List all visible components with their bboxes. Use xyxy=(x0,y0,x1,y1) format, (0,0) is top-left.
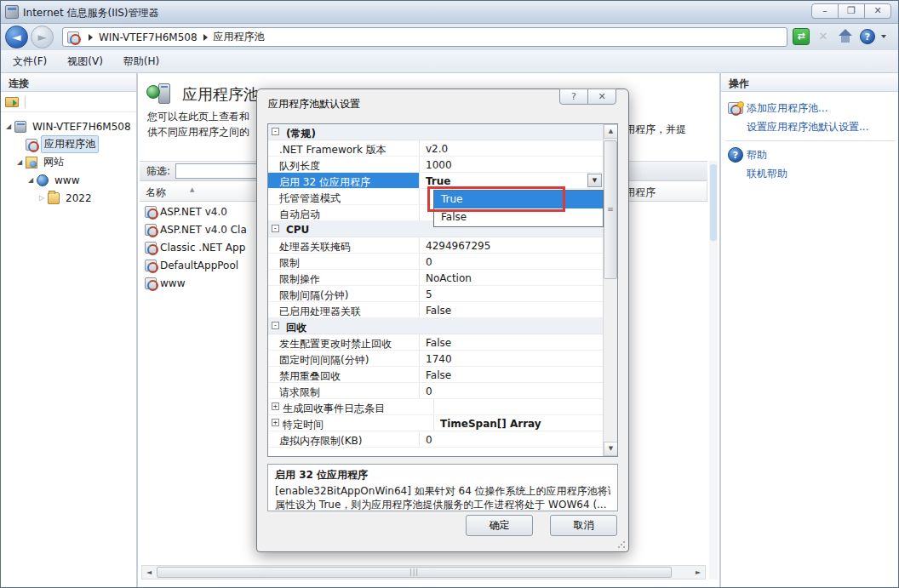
property-value: TimeSpan[] Array xyxy=(434,415,617,431)
ok-button[interactable]: 确定 xyxy=(466,515,533,536)
grid-row-启用 32 位应用程序[interactable]: 启用 32 位应用程序True▼ xyxy=(268,173,617,189)
horizontal-scroll-thumb[interactable]: ||| xyxy=(157,567,672,578)
apppool-icon xyxy=(145,224,157,236)
property-label: 限制操作 xyxy=(268,270,420,285)
actions-separator xyxy=(726,140,895,141)
grid-row-禁用重叠回收[interactable]: 禁用重叠回收False xyxy=(268,367,617,383)
scroll-right-icon[interactable]: ► xyxy=(691,566,705,579)
action-link-0[interactable]: 添加应用程序池... xyxy=(721,99,899,117)
tree-node-2022[interactable]: ▷2022 xyxy=(1,189,136,207)
property-description-line2: 属性设为 True，则为应用程序池提供服务的工作进程将处于 WOW64 (... xyxy=(275,498,610,511)
grid-category-回收[interactable]: -回收 xyxy=(268,318,617,334)
dialog-close-button[interactable]: ✕ xyxy=(587,88,616,105)
back-button[interactable]: ◄ xyxy=(5,26,28,49)
property-label: 托管管道模式 xyxy=(268,189,420,204)
vertical-scrollbar[interactable] xyxy=(709,161,718,579)
window-title: Internet 信息服务(IIS)管理器 xyxy=(23,6,159,20)
property-value: False xyxy=(420,367,617,382)
apppool-page-icon xyxy=(146,83,172,106)
connections-pane: 连接 ◢WIN-VTEF7H6M508应用程序池◢网站◢www▷2022 xyxy=(1,73,138,588)
actions-header: 操作 xyxy=(721,73,899,92)
expand-box-icon[interactable]: + xyxy=(272,419,279,426)
collapse-box-icon[interactable]: - xyxy=(272,225,279,232)
tree-node-www[interactable]: ◢www xyxy=(1,171,136,189)
minimize-button[interactable]: – xyxy=(811,3,839,19)
property-value: 0 xyxy=(420,383,617,398)
dropdown-option-False[interactable]: False xyxy=(434,208,603,226)
home-icon[interactable] xyxy=(837,28,854,45)
sort-ascending-icon: ▲ xyxy=(190,186,194,193)
grid-row-虚拟内存限制(KB)[interactable]: 虚拟内存限制(KB)0 xyxy=(268,431,617,448)
property-value: 4294967295 xyxy=(420,237,617,253)
grid-row-特定时间[interactable]: +特定时间TimeSpan[] Array xyxy=(268,415,617,431)
dropdown-button[interactable]: ▼ xyxy=(587,174,602,187)
vertical-scroll-thumb[interactable] xyxy=(710,164,717,241)
menu-item-2[interactable]: 帮助(H) xyxy=(115,54,168,69)
grid-row-发生配置更改时禁止回收[interactable]: 发生配置更改时禁止回收False xyxy=(268,334,617,351)
expander-expanded-icon[interactable]: ◢ xyxy=(26,176,35,184)
grid-row-处理器关联掩码[interactable]: 处理器关联掩码4294967295 xyxy=(268,237,617,254)
tree-node-网站[interactable]: ◢网站 xyxy=(1,153,136,171)
help-icon[interactable]: ? xyxy=(860,29,875,44)
cancel-button[interactable]: 取消 xyxy=(550,515,617,536)
expander-expanded-icon[interactable]: ◢ xyxy=(15,158,24,166)
grid-row-已启用处理器关联[interactable]: 已启用处理器关联False xyxy=(268,302,617,318)
refresh-icon[interactable]: ⇄ xyxy=(793,28,810,45)
dialog-title: 应用程序池默认设置 xyxy=(268,97,360,111)
horizontal-scrollbar[interactable]: ◄ ||| ► xyxy=(141,565,706,579)
maximize-button[interactable]: ❐ xyxy=(838,3,865,19)
list-item-label: www xyxy=(160,277,185,289)
grid-row-请求限制[interactable]: 请求限制0 xyxy=(268,383,617,399)
close-button[interactable]: ✕ xyxy=(864,3,891,19)
collapse-box-icon[interactable]: - xyxy=(272,322,279,329)
dialog-help-button[interactable]: ? xyxy=(559,88,588,105)
scroll-left-icon[interactable]: ◄ xyxy=(142,566,156,579)
grid-row-限制[interactable]: 限制0 xyxy=(268,254,617,270)
action-link-1[interactable]: 设置应用程序池默认设置... xyxy=(721,117,899,136)
action-link-3[interactable]: 联机帮助 xyxy=(721,164,899,183)
collapse-box-icon[interactable]: - xyxy=(272,128,279,135)
property-value xyxy=(306,318,617,334)
property-label: 已启用处理器关联 xyxy=(268,302,420,317)
grid-vertical-scrollbar[interactable]: ▲ ≡ ▼ xyxy=(603,124,617,456)
property-label: (常规) xyxy=(283,124,316,140)
expander-expanded-icon[interactable]: ◢ xyxy=(4,123,13,130)
grid-scroll-up-icon[interactable]: ▲ xyxy=(604,124,618,139)
tree-node-WIN-VTEF7H6M508[interactable]: ◢WIN-VTEF7H6M508 xyxy=(1,117,136,135)
forward-button[interactable]: ► xyxy=(31,26,54,49)
grid-row-.NET Framework 版本[interactable]: .NET Framework 版本v2.0 xyxy=(268,140,617,157)
expand-box-icon[interactable]: + xyxy=(272,402,279,410)
property-value: 5 xyxy=(420,286,617,301)
toolbar-separator xyxy=(25,96,26,108)
list-item-label: ASP.NET v4.0 Cla xyxy=(160,224,247,236)
breadcrumb-root[interactable]: WIN-VTEF7H6M508 xyxy=(99,31,198,43)
breadcrumb-current[interactable]: 应用程序池 xyxy=(214,30,265,44)
value-dropdown-list: TrueFalse xyxy=(433,190,604,227)
dropdown-option-True[interactable]: True xyxy=(434,191,603,208)
menu-item-1[interactable]: 视图(V) xyxy=(59,54,112,69)
help-icon: ? xyxy=(728,147,743,163)
help-dropdown-caret-icon[interactable] xyxy=(881,35,886,38)
property-description-title: 启用 32 位应用程序 xyxy=(275,468,610,482)
grid-scroll-down-icon[interactable]: ▼ xyxy=(604,442,618,456)
breadcrumb[interactable]: WIN-VTEF7H6M508 应用程序池 xyxy=(62,27,787,47)
grid-scroll-thumb[interactable]: ≡ xyxy=(604,140,617,279)
property-value: 1740 xyxy=(420,351,617,366)
action-link-2[interactable]: ?帮助 xyxy=(721,146,899,164)
grid-category-(常规)[interactable]: -(常规) xyxy=(268,124,617,140)
grid-row-生成回收事件日志条目[interactable]: +生成回收事件日志条目 xyxy=(268,399,617,415)
grid-row-限制间隔(分钟)[interactable]: 限制间隔(分钟)5 xyxy=(268,286,617,302)
property-value: 1000 xyxy=(420,157,617,172)
iis-manager-window: Internet 信息服务(IIS)管理器 – ❐ ✕ ◄ ► WIN-VTEF… xyxy=(0,0,899,588)
menu-item-0[interactable]: 文件(F) xyxy=(4,54,55,69)
action-link-label: 添加应用程序池... xyxy=(747,101,827,116)
grid-row-限制操作[interactable]: 限制操作NoAction xyxy=(268,270,617,286)
save-connection-icon[interactable] xyxy=(5,97,19,107)
grid-row-队列长度[interactable]: 队列长度1000 xyxy=(268,157,617,173)
property-value: 0 xyxy=(420,431,617,447)
dialog-resize-grip[interactable] xyxy=(617,540,626,549)
grid-row-固定时间间隔(分钟)[interactable]: 固定时间间隔(分钟)1740 xyxy=(268,351,617,367)
expander-collapsed-icon[interactable]: ▷ xyxy=(37,194,46,202)
tree-node-应用程序池[interactable]: 应用程序池 xyxy=(1,135,136,153)
site-globe-icon xyxy=(37,174,49,186)
